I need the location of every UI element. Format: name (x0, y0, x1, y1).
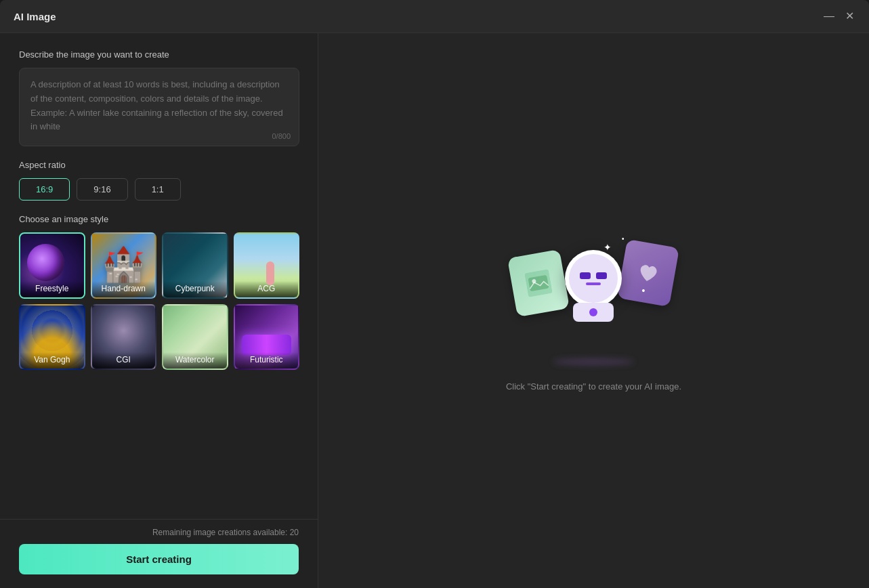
description-label: Describe the image you want to create (19, 49, 299, 60)
aspect-btn-916[interactable]: 9:16 (77, 178, 127, 201)
style-label-cgi: CGI (92, 352, 156, 369)
instruction-text: Click "Start creating" to create your AI… (506, 381, 681, 392)
illustration: ✦ • • Click "Start creating" to create y… (506, 230, 681, 392)
robot-scene: ✦ • • (512, 230, 675, 365)
aspect-ratio-section: Aspect ratio 16:9 9:16 1:1 (19, 160, 299, 201)
content-area: Describe the image you want to create 0/… (0, 33, 869, 588)
style-item-cyberpunk[interactable]: Cyberpunk (162, 232, 228, 299)
minimize-button[interactable]: — (822, 9, 836, 23)
window-title: AI Image (14, 11, 56, 22)
style-item-cgi[interactable]: CGI (91, 304, 157, 371)
style-item-futuristic[interactable]: Futuristic (234, 304, 300, 371)
style-label-acg: ACG (235, 281, 299, 297)
robot-face (569, 254, 618, 303)
app-window: AI Image — ✕ Describe the image you want… (0, 0, 869, 588)
robot-eyes (580, 272, 607, 279)
style-label-vangogh: Van Gogh (20, 352, 84, 369)
style-label-futuristic: Futuristic (235, 352, 299, 369)
style-grid: Freestyle Hand-drawn Cyberpunk ACG Van G… (19, 232, 299, 370)
style-item-watercolor[interactable]: Watercolor (162, 304, 228, 371)
style-item-vangogh[interactable]: Van Gogh (19, 304, 85, 371)
sparkle-top: ✦ (603, 242, 612, 253)
image-icon (525, 269, 553, 297)
robot-chest (573, 303, 614, 322)
char-count: 0/800 (272, 132, 291, 140)
style-label: Choose an image style (19, 214, 299, 224)
robot-eye-left (580, 272, 591, 279)
start-creating-button[interactable]: Start creating (19, 544, 299, 574)
card-left (507, 249, 570, 317)
description-textarea[interactable] (20, 68, 299, 143)
titlebar: AI Image — ✕ (0, 0, 869, 33)
style-item-handdrawn[interactable]: Hand-drawn (91, 232, 157, 299)
left-panel: Describe the image you want to create 0/… (0, 33, 318, 519)
aspect-ratio-label: Aspect ratio (19, 160, 299, 170)
robot-shadow (553, 358, 634, 365)
aspect-btn-169[interactable]: 16:9 (19, 178, 70, 201)
aspect-buttons: 16:9 9:16 1:1 (19, 178, 299, 201)
robot-eye-right (596, 272, 607, 279)
sparkle-small: • (622, 235, 624, 243)
style-item-acg[interactable]: ACG (234, 232, 300, 299)
right-panel: ✦ • • Click "Start creating" to create y… (318, 33, 869, 588)
robot-head (565, 250, 622, 307)
robot-mouth (586, 282, 601, 285)
aspect-btn-11[interactable]: 1:1 (135, 178, 181, 201)
style-label-cyberpunk: Cyberpunk (163, 281, 227, 297)
remaining-text: Remaining image creations available: 20 (19, 528, 299, 537)
sparkle-right: • (642, 285, 645, 296)
textarea-container: 0/800 (19, 68, 299, 146)
robot-chest-dot (589, 308, 597, 316)
heart-icon (636, 260, 661, 285)
style-item-freestyle[interactable]: Freestyle (19, 232, 85, 299)
style-label-handdrawn: Hand-drawn (92, 281, 156, 297)
style-section: Choose an image style Freestyle Hand-dra… (19, 214, 299, 492)
style-label-watercolor: Watercolor (163, 352, 227, 369)
bottom-bar: Remaining image creations available: 20 … (0, 519, 318, 588)
close-button[interactable]: ✕ (844, 9, 855, 23)
card-right (617, 239, 679, 307)
window-controls: — ✕ (822, 9, 855, 23)
style-label-freestyle: Freestyle (20, 281, 84, 297)
